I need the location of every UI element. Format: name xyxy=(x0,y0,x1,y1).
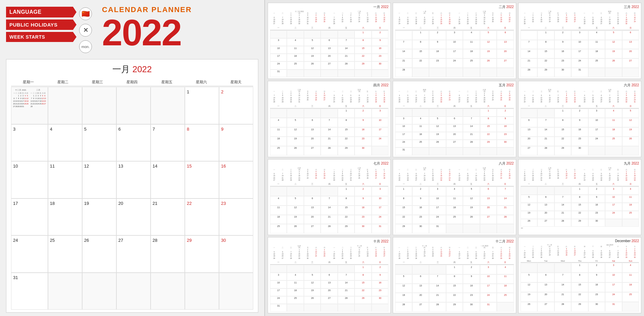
right-panel: 一月 2022 十二月 2021 一二三四五六日 12345 678910111… xyxy=(265,0,644,316)
wd-wed: 星期三 xyxy=(80,79,115,86)
wd-sat: 星期六 xyxy=(184,79,219,86)
mini-aug-title: 八月 2022 xyxy=(395,161,514,166)
mini-dec-title: December 2022 xyxy=(521,239,639,243)
wd-mon: 星期一 xyxy=(11,79,46,86)
cal-cell-empty-3 xyxy=(116,273,151,310)
mini-month-nov: 十二月 2022 十一月 一二三四五六日 123456 78910111213 … xyxy=(393,237,516,313)
cal-cell-19: 19 xyxy=(82,198,116,236)
language-ribbon: LANGUAGE xyxy=(6,7,76,17)
cal-cell-23: 23 xyxy=(219,198,253,236)
mini-month-may: 五月 2022 四月 一二三四五六日 123 45678910 11121314… xyxy=(393,81,516,157)
cal-cell-row1-2 xyxy=(48,87,82,124)
cal-cell-21: 21 xyxy=(151,198,185,236)
mini-month-jun: 六月 2022 五月 一二三四五六日 12 3456789 1011121314… xyxy=(518,81,641,157)
cal-cell-27: 27 xyxy=(116,235,151,273)
mini-feb-title: 二月 2022 xyxy=(395,5,514,9)
year-label: 2022 xyxy=(102,14,181,51)
mini-month-oct: 十月 2022 九月 一二三四五六日 1234 567891011 121314… xyxy=(268,237,391,313)
january-title: 一月 2022 xyxy=(11,63,253,75)
mini-jul-title: 七月 2022 xyxy=(270,161,388,166)
mini-sep-title: 九月 2022 xyxy=(521,161,639,166)
mini-may-title: 五月 2022 xyxy=(395,83,514,88)
cal-cell-9: 9 xyxy=(219,124,253,162)
holidays-icon[interactable]: ✕ xyxy=(79,24,92,37)
wd-fri: 星期五 xyxy=(150,79,184,86)
cal-cell-10: 10 xyxy=(11,161,48,198)
cal-cell-14: 14 xyxy=(151,161,185,198)
weekdays-header: 星期一 星期二 星期三 星期四 星期五 星期六 星期天 xyxy=(11,79,253,86)
mini-mar-title: 三月 2022 xyxy=(521,5,639,9)
mini-month-aug: 八月 2022 七月 一二三四五六日 123 45678910 11121314… xyxy=(393,159,516,235)
cal-cell-31: 31 xyxy=(11,273,48,310)
cal-cell-13: 13 xyxy=(116,161,151,198)
cal-cell-24: 24 xyxy=(11,235,48,273)
holidays-label: PUBLIC HOLIDAYS xyxy=(9,22,58,28)
cal-cell-17: 17 xyxy=(11,198,48,236)
cal-cell-empty-1 xyxy=(48,273,82,310)
wd-thu: 星期四 xyxy=(115,79,149,86)
mon-icon: mon. xyxy=(82,45,90,49)
cal-cell-11: 11 xyxy=(48,161,82,198)
language-label: LANGUAGE xyxy=(9,9,42,15)
cal-cell-6: 6 xyxy=(116,124,151,162)
cal-cell-row1-3 xyxy=(82,87,116,124)
cal-cell-4: 4 xyxy=(48,124,82,162)
cal-cell-25: 25 xyxy=(48,235,82,273)
mini-month-dec: December 2022 十一月 一二三四五六日 123456 7891011… xyxy=(518,237,641,313)
title-area: CALENDAR PLANNER 2022 xyxy=(102,6,192,51)
cal-cell-29: 29 xyxy=(185,235,219,273)
cal-cell-empty-4 xyxy=(151,273,185,310)
cal-cell-16: 16 xyxy=(219,161,253,198)
cal-cell-8: 8 xyxy=(185,124,219,162)
cal-cell-row1-5 xyxy=(151,87,185,124)
cal-cell-26: 26 xyxy=(82,235,116,273)
cal-cell-1: 1 xyxy=(185,87,219,124)
cal-cell-3: 3 xyxy=(11,124,48,162)
header-area: LANGUAGE PUBLIC HOLIDAYS WEEK STARTS 🇨🇳 … xyxy=(6,6,258,53)
cal-cell-row1-1: 十二月 2021 一二三四五六日 12345 6789101112 131415… xyxy=(11,87,48,124)
wd-tue: 星期二 xyxy=(46,79,80,86)
mini-prev-cals: 十二月 2021 一二三四五六日 12345 6789101112 131415… xyxy=(13,89,46,108)
mini-month-feb: 二月 2022 一月 一二三四五六日 12 3456789 1011121314… xyxy=(393,3,516,79)
mini-jan-title: 一月 2022 xyxy=(270,5,388,9)
cal-cell-28: 28 xyxy=(151,235,185,273)
mini-month-jan: 一月 2022 十二月 2021 一二三四五六日 12345 678910111… xyxy=(268,3,391,79)
mini-month-sep: 九月 2022 八月 一二三四五六日 1234567 891011121314 … xyxy=(518,159,641,235)
weekstart-icon[interactable]: mon. xyxy=(79,40,92,53)
cal-cell-empty-2 xyxy=(82,273,116,310)
weekstart-label: WEEK STARTS xyxy=(9,34,45,40)
cal-cell-empty-5 xyxy=(185,273,219,310)
x-icon: ✕ xyxy=(83,27,88,34)
main-january-calendar: 一月 2022 星期一 星期二 星期三 星期四 星期五 星期六 星期天 十二月 … xyxy=(6,59,258,313)
holidays-ribbon: PUBLIC HOLIDAYS xyxy=(6,19,76,30)
mini-dec-cal: 十二月 2021 一二三四五六日 12345 6789101112 131415… xyxy=(13,89,29,108)
mini-jun-title: 六月 2022 xyxy=(521,83,639,88)
language-icon[interactable]: 🇨🇳 xyxy=(79,7,92,20)
cal-cell-7: 7 xyxy=(151,124,185,162)
left-panel: LANGUAGE PUBLIC HOLIDAYS WEEK STARTS 🇨🇳 … xyxy=(0,0,265,316)
ribbon-icons: 🇨🇳 ✕ mon. xyxy=(79,7,92,53)
cal-cell-30: 30 xyxy=(219,235,253,273)
mini-apr-title: 四月 2022 xyxy=(270,83,388,88)
mini-month-jul: 七月 2022 六月 一二三四五六日 12345 6789101112 1314… xyxy=(268,159,391,235)
cal-cell-20: 20 xyxy=(116,198,151,236)
cal-cell-row1-4 xyxy=(116,87,151,124)
cal-cell-12: 12 xyxy=(82,161,116,198)
mini-feb-cal: 二月 一二三四五六日 123456 78910111213 1415161718… xyxy=(31,89,46,108)
cal-cell-empty-6 xyxy=(219,273,253,310)
wd-sun: 星期天 xyxy=(219,79,253,86)
mini-oct-title: 十月 2022 xyxy=(270,239,388,244)
mini-month-apr: 四月 2022 三月 一二三四五六日 123456 78910111213 14… xyxy=(268,81,391,157)
mini-nov-title: 十二月 2022 xyxy=(395,239,514,244)
weekstart-ribbon: WEEK STARTS xyxy=(6,32,76,42)
january-grid: 十二月 2021 一二三四五六日 12345 6789101112 131415… xyxy=(11,87,253,310)
cal-cell-22: 22 xyxy=(185,198,219,236)
cal-cell-18: 18 xyxy=(48,198,82,236)
cal-cell-5: 5 xyxy=(82,124,116,162)
flag-icon: 🇨🇳 xyxy=(82,10,90,18)
cal-cell-15: 15 xyxy=(185,161,219,198)
ribbons: LANGUAGE PUBLIC HOLIDAYS WEEK STARTS xyxy=(6,7,76,42)
mini-month-mar: 三月 2022 二月 一二三四五六日 123456 78910111213 14… xyxy=(518,3,641,79)
cal-cell-2: 2 xyxy=(219,87,253,124)
